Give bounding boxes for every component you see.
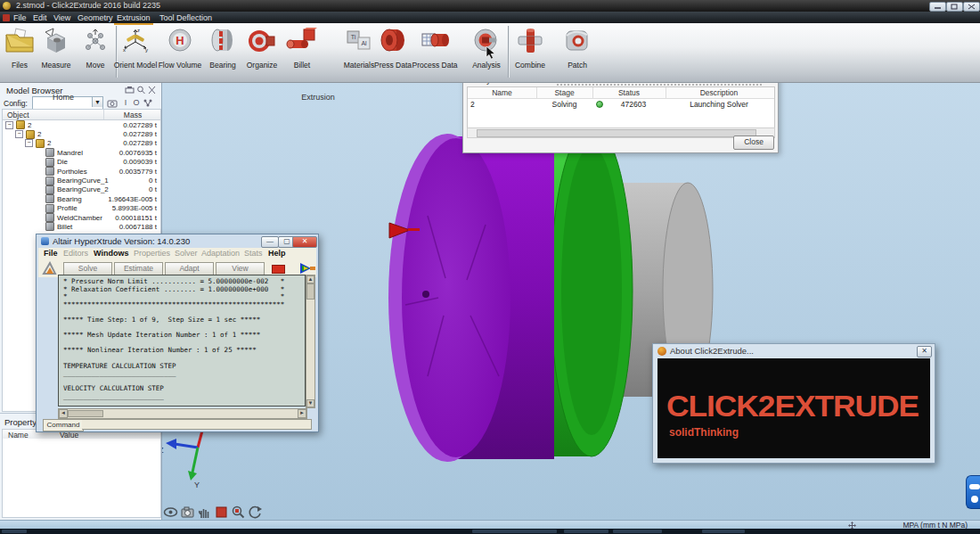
hx-menu-solver[interactable]: Solver (175, 249, 198, 258)
hx-menu-windows[interactable]: Windows (94, 249, 128, 258)
ribbon-process-data[interactable]: Process Data (410, 27, 460, 77)
tree-row[interactable]: Die 0.009039 t (3, 158, 160, 167)
tree-row[interactable]: BearingCurve_2 0 t (3, 185, 160, 194)
tree-node-icon (45, 194, 54, 203)
about-app-icon (657, 347, 666, 356)
scrollbar-thumb[interactable] (306, 283, 314, 300)
menu-file[interactable]: File (11, 12, 29, 23)
scrollbar-thumb[interactable] (68, 410, 103, 417)
hx-menu-editors[interactable]: Editors (63, 249, 88, 258)
horizontal-scrollbar[interactable] (467, 127, 775, 138)
hierarchy-icon[interactable] (143, 98, 153, 108)
tree-expand-toggle[interactable] (15, 130, 23, 138)
hx-menu-file[interactable]: File (44, 249, 58, 258)
hyperxtrude-logo (42, 261, 57, 275)
taskbar-item[interactable] (702, 530, 745, 533)
tree-row[interactable]: 2 0.027289 t (3, 139, 160, 148)
ribbon-combine[interactable]: Combine (505, 27, 555, 77)
app-logo-icon (3, 2, 11, 10)
svg-text:Ti: Ti (351, 34, 356, 40)
stop-icon[interactable] (272, 265, 285, 274)
zoom-icon[interactable] (231, 505, 246, 520)
close-button[interactable]: ✕ (917, 346, 932, 357)
tree-row[interactable]: 2 0.027289 t (3, 129, 160, 138)
menu-geometry[interactable]: Geometry (75, 12, 116, 23)
minimize-button[interactable]: — (261, 236, 279, 248)
property-editor-list[interactable] (2, 439, 161, 518)
adapt-button[interactable]: Adapt (165, 262, 214, 275)
tree-row[interactable]: Bearing 1.96643E-005 t (3, 194, 160, 203)
tree-row[interactable]: Profile 5.8993E-005 t (3, 204, 160, 213)
ribbon-patch[interactable]: Patch (552, 27, 602, 77)
console-line: ****************************************… (63, 301, 305, 309)
command-input[interactable] (82, 419, 312, 430)
tree-row[interactable]: Portholes 0.0035779 t (3, 167, 160, 176)
tree-node-label: WeldChamber (57, 214, 102, 222)
tree-node-icon (45, 167, 54, 176)
billet-icon (286, 27, 318, 55)
hx-menu-properties[interactable]: Properties (134, 249, 170, 258)
hyperxtrude-titlebar[interactable]: Altair HyperXtrude Version: 14.0.230 — ▢… (37, 234, 318, 248)
restore-button[interactable] (946, 2, 963, 12)
horizontal-scrollbar[interactable]: ◄ ► (58, 408, 307, 419)
run-status-row[interactable]: 2 Solving 472603 Launching Solver (468, 99, 774, 110)
snapshot-icon[interactable] (107, 98, 118, 108)
tree-row[interactable]: WeldChamber 0.00018151 t (3, 213, 160, 222)
tree-row[interactable]: Billet 0.0067188 t (3, 222, 160, 231)
ribbon-billet[interactable]: Billet (277, 27, 327, 77)
bearing-icon (207, 27, 239, 55)
menu-tool-deflection[interactable]: Tool Deflection (157, 12, 215, 23)
remote-support-icon[interactable] (966, 475, 980, 509)
tree-node-icon (36, 139, 45, 148)
minimize-button[interactable] (929, 2, 946, 12)
hx-menu-help[interactable]: Help (268, 249, 286, 258)
app-menu-icon[interactable] (3, 14, 10, 21)
tree-row[interactable]: Mandrel 0.0076935 t (3, 148, 160, 157)
tree-node-mass: 0.0076935 t (119, 149, 160, 157)
tree-node-mass: 0.0035779 t (119, 168, 160, 176)
solve-button[interactable]: Solve (63, 262, 112, 275)
close-button[interactable]: ✕ (292, 236, 317, 248)
estimate-button[interactable]: Estimate (114, 262, 163, 275)
command-tab[interactable]: Command (43, 419, 84, 431)
menu-extrusion[interactable]: Extrusion (114, 12, 153, 25)
visibility-eye-icon[interactable] (163, 505, 178, 520)
tree-row[interactable]: 2 0.027289 t (3, 120, 160, 129)
hx-menu-stats[interactable]: Stats (244, 249, 263, 258)
run-arrow-icon[interactable] (299, 262, 315, 275)
solver-console[interactable]: * Pressure Norm Limit ........... = 5.00… (58, 275, 306, 407)
close-button[interactable]: Close (733, 136, 774, 150)
run-stage: Solving (536, 100, 592, 109)
search-icon[interactable] (136, 86, 146, 94)
purple-cylinder[interactable] (388, 134, 554, 462)
hyperxtrude-menubar: File Editors Windows Properties Solver A… (38, 248, 316, 260)
dock-icon[interactable] (125, 86, 135, 94)
tree-node-mass: 0.009039 t (123, 158, 160, 166)
vertical-scrollbar[interactable]: ▲ ▼ (306, 275, 315, 408)
menu-edit[interactable]: Edit (30, 12, 50, 23)
menu-view[interactable]: View (51, 12, 73, 23)
scrollbar-thumb[interactable] (477, 129, 756, 137)
tree-expand-toggle[interactable] (25, 139, 33, 147)
tree-row[interactable]: BearingCurve_1 0 t (3, 176, 160, 185)
menu-bar: File Edit View Geometry Extrusion Tool D… (0, 12, 980, 23)
close-button[interactable] (963, 2, 980, 12)
taskbar-item[interactable] (564, 530, 608, 533)
tree-expand-toggle[interactable] (5, 121, 13, 129)
rotate-view-icon[interactable] (248, 505, 263, 520)
taskbar[interactable] (0, 529, 980, 534)
show-all-icon[interactable]: O (131, 98, 142, 108)
ribbon-orient-model[interactable]: xyz Orient Model (110, 27, 160, 77)
view-button[interactable]: View (216, 262, 265, 275)
taskbar-item[interactable] (472, 530, 557, 533)
pan-hand-icon[interactable] (197, 505, 212, 520)
isolate-icon[interactable]: I (120, 98, 131, 108)
taskbar-item[interactable] (613, 530, 662, 533)
ribbon-group-home: Home (32, 93, 94, 102)
camera-icon[interactable] (180, 505, 195, 520)
selection-box-icon[interactable] (214, 505, 229, 520)
hx-menu-adaptation[interactable]: Adaptation (201, 249, 240, 258)
close-panel-icon[interactable] (147, 86, 157, 94)
console-line: ***** Nonlinear Iteration Number : 1 of … (63, 347, 305, 355)
taskbar-item[interactable] (2, 530, 27, 533)
